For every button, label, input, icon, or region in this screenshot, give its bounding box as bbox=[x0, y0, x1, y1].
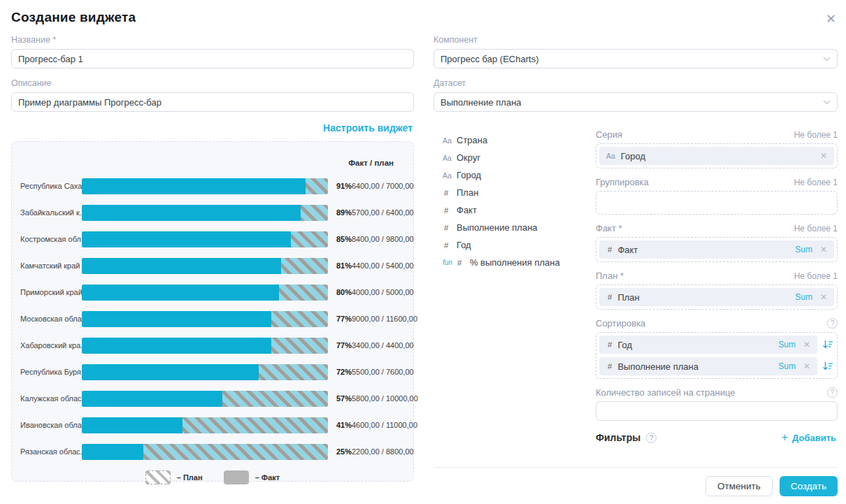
bar-values-label: 8400,00 / 9800,00 bbox=[352, 235, 414, 243]
chart-row: Приморский край80%4000,00 / 5000,00 bbox=[20, 279, 405, 305]
component-select[interactable] bbox=[433, 49, 838, 69]
chip-label: Выполнение плана bbox=[617, 361, 773, 372]
progress-bar-fill bbox=[82, 338, 271, 354]
progress-bar-fill bbox=[82, 311, 271, 327]
number-field-icon: # bbox=[456, 259, 470, 267]
dataset-field[interactable]: AaСтрана bbox=[443, 131, 596, 149]
plan-hatch-swatch bbox=[145, 470, 171, 484]
bar-percent-label: 89% bbox=[328, 208, 352, 217]
help-icon[interactable]: ? bbox=[646, 433, 657, 443]
progress-bar-track bbox=[82, 444, 328, 460]
dataset-label: Датасет bbox=[433, 78, 838, 88]
fact-chip[interactable]: # Факт Sum ✕ bbox=[599, 240, 834, 259]
aggregation-select[interactable]: Sum bbox=[778, 361, 796, 371]
filters-label-text: Фильтры bbox=[596, 432, 640, 443]
fact-dropzone[interactable]: # Факт Sum ✕ bbox=[596, 237, 838, 262]
aggregation-select[interactable]: Sum bbox=[795, 292, 812, 302]
bar-category-label: Камчатский край bbox=[20, 261, 82, 270]
dataset-field[interactable]: fun#% выполнения плана bbox=[443, 254, 596, 271]
bar-values-label: 2200,00 / 8800,00 bbox=[352, 447, 414, 456]
bar-percent-label: 41% bbox=[328, 421, 352, 429]
progress-bar-fill bbox=[82, 205, 301, 221]
bar-category-label: Хабаровский кра... bbox=[20, 341, 82, 350]
progress-bar-fill bbox=[82, 391, 222, 407]
chart-row: Костромская обл...85%8400,00 / 9800,00 bbox=[20, 226, 405, 252]
grouping-label: Группировка bbox=[596, 177, 649, 187]
cancel-button[interactable]: Отменить bbox=[705, 476, 773, 496]
plan-chip[interactable]: # План Sum ✕ bbox=[599, 288, 834, 306]
sort-chip[interactable]: #ГодSum✕ bbox=[599, 336, 817, 354]
progress-bar-track bbox=[82, 285, 328, 301]
dataset-field[interactable]: #Год bbox=[443, 236, 596, 254]
remove-icon[interactable]: ✕ bbox=[803, 361, 810, 371]
dataset-field[interactable]: AaГород bbox=[443, 166, 596, 184]
progress-bar-fill bbox=[82, 285, 279, 301]
plan-label: План * bbox=[596, 271, 624, 281]
number-field-icon: # bbox=[606, 340, 612, 349]
help-icon[interactable]: ? bbox=[827, 318, 838, 329]
series-limit: Не более 1 bbox=[794, 130, 838, 140]
bar-percent-label: 85% bbox=[328, 235, 352, 243]
chip-label: Город bbox=[621, 151, 812, 161]
sort-descending-icon[interactable] bbox=[822, 361, 834, 371]
series-dropzone[interactable]: Aa Город ✕ bbox=[596, 143, 838, 168]
create-button[interactable]: Создать bbox=[780, 476, 838, 496]
plan-dropzone[interactable]: # План Sum ✕ bbox=[596, 285, 838, 310]
bar-category-label: Республика Саха bbox=[20, 182, 82, 190]
dataset-select-value[interactable] bbox=[433, 92, 838, 112]
page-size-input[interactable] bbox=[596, 401, 838, 421]
aggregation-select[interactable]: Sum bbox=[778, 340, 796, 350]
progress-bar-track bbox=[82, 258, 328, 274]
left-column: Название * Описание Настроить виджет Фак… bbox=[11, 35, 414, 496]
name-input[interactable] bbox=[11, 49, 414, 69]
sorting-dropzone[interactable]: #ГодSum✕#Выполнение планаSum✕ bbox=[596, 332, 838, 379]
bar-values-label: 3400,00 / 4400,00 bbox=[352, 341, 414, 350]
bar-category-label: Московская обла... bbox=[20, 315, 82, 323]
sort-descending-icon[interactable] bbox=[822, 340, 834, 350]
remove-icon[interactable]: ✕ bbox=[820, 151, 827, 161]
chevron-down-icon bbox=[823, 100, 831, 105]
field-label-text: Выполнение плана bbox=[457, 222, 538, 233]
field-label-text: Год bbox=[457, 240, 471, 250]
configure-widget-link[interactable]: Настроить виджет bbox=[323, 122, 413, 134]
grouping-limit: Не более 1 bbox=[794, 178, 838, 187]
progress-bar-fill bbox=[82, 364, 259, 380]
bar-percent-label: 72% bbox=[328, 368, 352, 376]
right-column: Компонент Датасет AaСтранаA bbox=[433, 35, 838, 496]
series-chip[interactable]: Aa Город ✕ bbox=[599, 147, 834, 165]
legend-label: – План bbox=[177, 473, 203, 482]
remove-icon[interactable]: ✕ bbox=[803, 340, 810, 350]
chip-label: Год bbox=[617, 340, 773, 350]
progress-bar-fill bbox=[82, 231, 291, 247]
filters-row: Фильтры ? + Добавить bbox=[596, 432, 838, 443]
dataset-field[interactable]: #Факт bbox=[443, 201, 596, 219]
dataset-field[interactable]: #План bbox=[443, 184, 596, 201]
grouping-dropzone[interactable] bbox=[596, 191, 838, 215]
bar-percent-label: 77% bbox=[328, 315, 352, 323]
series-label: Серия bbox=[596, 129, 622, 140]
aggregation-select[interactable]: Sum bbox=[795, 245, 812, 254]
progress-bar-fill bbox=[82, 417, 182, 433]
chip-label: План bbox=[617, 292, 789, 303]
remove-icon[interactable]: ✕ bbox=[820, 292, 827, 302]
series-block: Серия Не более 1 Aa Город ✕ bbox=[596, 129, 838, 168]
name-label: Название * bbox=[11, 35, 414, 45]
progress-bar-track bbox=[82, 178, 328, 194]
dataset-field[interactable]: #Выполнение плана bbox=[443, 219, 596, 236]
add-filter-button[interactable]: + Добавить bbox=[782, 432, 836, 443]
dataset-field[interactable]: AaОкруг bbox=[443, 149, 596, 166]
function-icon: fun bbox=[443, 259, 452, 266]
dataset-select[interactable] bbox=[433, 92, 838, 112]
plus-icon: + bbox=[782, 432, 788, 443]
dataset-group: Датасет bbox=[433, 78, 838, 112]
sort-chip-row: #Выполнение планаSum✕ bbox=[599, 357, 834, 375]
remove-icon[interactable]: ✕ bbox=[820, 245, 827, 254]
fact-label: Факт * bbox=[596, 223, 622, 233]
progress-bar-track bbox=[82, 205, 328, 221]
component-select-value[interactable] bbox=[433, 49, 838, 69]
close-icon[interactable]: ✕ bbox=[826, 13, 836, 25]
sort-chip[interactable]: #Выполнение планаSum✕ bbox=[599, 357, 817, 375]
description-input[interactable] bbox=[11, 92, 414, 112]
help-icon[interactable]: ? bbox=[827, 387, 838, 398]
sort-chip-row: #ГодSum✕ bbox=[599, 336, 834, 354]
